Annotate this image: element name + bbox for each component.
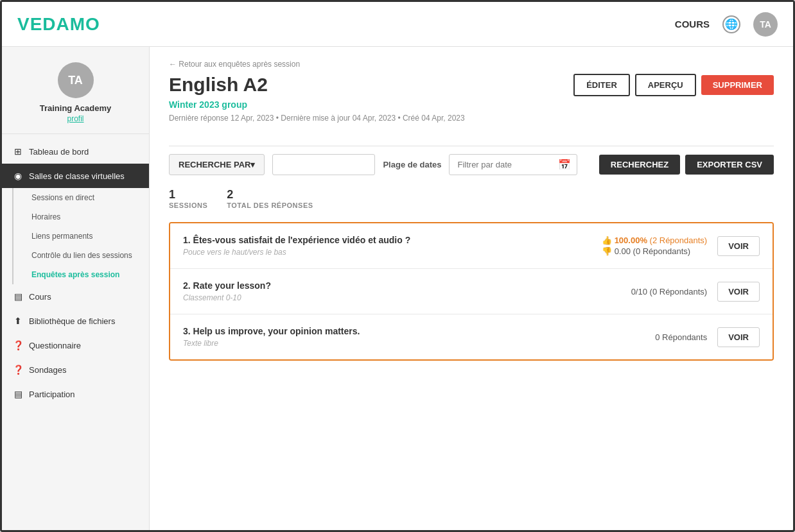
date-filter-input[interactable] [449,154,577,175]
question-2-stat: 0/10 (0 Répondants) [631,287,708,296]
sidebar-menu: ⊞ Tableau de bord ◉ Salles de classe vir… [2,134,149,411]
question-2-subtitle: Classement 0-10 [183,293,567,302]
date-filter-wrapper: 📅 [449,154,571,175]
total-responses-number: 2 [227,188,313,202]
question-2-voir-button[interactable]: VOIR [717,282,760,302]
date-range-label: Plage de dates [383,160,441,169]
question-2-title: 2. Rate your lesson? [183,280,567,291]
question-1-stats: 👍 100.00% (2 Répondants) 👎 0.00 (0 Répon… [602,236,707,256]
question-3-left: 3. Help us improve, your opinion matters… [183,326,567,348]
header-left: English A2 Winter 2023 group Dernière ré… [169,74,573,133]
sidebar-item-label: Participation [29,390,75,399]
cours-icon: ▤ [12,291,24,302]
sessions-number: 1 [169,188,207,202]
questionnaire-icon: ❓ [12,339,24,351]
nav-cours-link[interactable]: COURS [675,19,710,30]
table-row: 3. Help us improve, your opinion matters… [170,314,773,359]
search-bar: RECHERCHE PAR▾ Plage de dates 📅 RECHERCH… [169,154,774,175]
header-right: ÉDITER APERÇU SUPPRIMER [573,74,774,96]
question-1-subtitle: Pouce vers le haut/vers le bas [183,248,567,257]
sidebar-item-label: Tableau de bord [29,147,89,157]
sidebar-sub-liens-permanents[interactable]: Liens permanents [12,227,149,246]
question-2-left: 2. Rate your lesson? Classement 0-10 [183,280,567,302]
participation-icon: ▤ [12,388,24,400]
sidebar-sub-horaires[interactable]: Horaires [12,207,149,227]
question-2-number: 2. [183,280,193,291]
question-3-voir-button[interactable]: VOIR [717,327,760,347]
page-title: English A2 [169,74,573,96]
stats-row: 1 SESSIONS 2 TOTAL DES RÉPONSES [169,188,774,209]
question-2-stats: 0/10 (0 Répondants) [631,287,708,296]
language-icon[interactable]: 🌐 [722,15,740,33]
question-3-stat: 0 Répondants [655,332,707,342]
question-1-stat-negative: 👎 0.00 (0 Répondants) [602,246,707,256]
thumbs-down-icon: 👎 [602,246,615,256]
sondages-icon: ❓ [12,364,24,375]
main-content: ← Retour aux enquêtes après session Engl… [150,47,793,530]
header-row: English A2 Winter 2023 group Dernière ré… [169,74,774,133]
sidebar-item-bibliotheque[interactable]: ⬆ Bibliothèque de fichiers [2,309,149,333]
sidebar-item-label: Cours [29,292,51,302]
logo: VEDAMO [17,14,100,35]
search-by-button[interactable]: RECHERCHE PAR▾ [169,154,265,175]
sidebar-sub-sessions-direct[interactable]: Sessions en direct [12,188,149,207]
question-3-number: 3. [183,326,193,336]
question-3-right: 0 Répondants VOIR [567,327,760,347]
total-responses-label: TOTAL DES RÉPONSES [227,202,313,209]
edit-button[interactable]: ÉDITER [573,74,630,96]
virtual-rooms-icon: ◉ [12,170,24,182]
sidebar-item-participation[interactable]: ▤ Participation [2,382,149,406]
sidebar-item-label: Salles de classe virtuelles [29,171,125,181]
sidebar-item-cours[interactable]: ▤ Cours [2,284,149,309]
sidebar-item-tableau-bord[interactable]: ⊞ Tableau de bord [2,139,149,164]
question-1-stat-positive: 👍 100.00% (2 Répondants) [602,236,707,245]
profile-name: Training Academy [40,103,112,113]
nav-right: COURS 🌐 TA [675,12,778,37]
thumbs-up-icon: 👍 [602,236,615,245]
question-1-voir-button[interactable]: VOIR [717,236,760,256]
page-group[interactable]: Winter 2023 group [169,99,573,110]
divider [169,146,774,146]
page-meta: Dernière réponse 12 Apr, 2023 • Dernière… [169,114,573,123]
question-3-subtitle: Texte libre [183,339,567,348]
profile-avatar: TA [58,62,94,98]
sidebar-sub-enquetes-session[interactable]: Enquêtes après session [12,265,149,284]
export-csv-button[interactable]: EXPORTER CSV [685,155,774,175]
question-2-right: 0/10 (0 Répondants) VOIR [567,282,760,302]
question-3-stats: 0 Répondants [655,332,707,342]
profile-link[interactable]: profil [67,114,83,123]
sidebar-item-questionnaire[interactable]: ❓ Questionnaire [2,333,149,357]
sidebar: TA Training Academy profil ⊞ Tableau de … [2,47,150,530]
search-actions: RECHERCHEZ EXPORTER CSV [599,155,774,175]
sidebar-item-salles-virtuelles[interactable]: ◉ Salles de classe virtuelles [2,164,149,188]
search-button[interactable]: RECHERCHEZ [599,155,680,175]
stat-sessions: 1 SESSIONS [169,188,207,209]
stat-total-responses: 2 TOTAL DES RÉPONSES [227,188,313,209]
question-1-right: 👍 100.00% (2 Répondants) 👎 0.00 (0 Répon… [567,236,760,256]
sessions-label: SESSIONS [169,202,207,209]
sidebar-sub-controle-lien[interactable]: Contrôle du lien des sessions [12,246,149,265]
questions-container: 1. Êtes-vous satisfait de l'expérience v… [169,222,774,361]
sidebar-item-sondages[interactable]: ❓ Sondages [2,357,149,382]
table-row: 2. Rate your lesson? Classement 0-10 0/1… [170,269,773,314]
library-icon: ⬆ [12,315,24,327]
question-1-left: 1. Êtes-vous satisfait de l'expérience v… [183,235,567,257]
sidebar-item-label: Questionnaire [29,341,81,350]
top-navigation: VEDAMO COURS 🌐 TA [2,2,793,47]
question-3-title: 3. Help us improve, your opinion matters… [183,326,567,336]
breadcrumb[interactable]: ← Retour aux enquêtes après session [169,60,774,69]
search-input[interactable] [272,154,375,175]
user-avatar[interactable]: TA [753,12,778,37]
sidebar-item-label: Bibliothèque de fichiers [29,316,115,326]
question-1-title: 1. Êtes-vous satisfait de l'expérience v… [183,235,567,245]
question-1-number: 1. [183,235,193,245]
dashboard-icon: ⊞ [12,146,24,157]
delete-button[interactable]: SUPPRIMER [701,75,774,95]
sidebar-item-label: Sondages [29,365,67,375]
sidebar-profile: TA Training Academy profil [2,47,149,134]
preview-button[interactable]: APERÇU [635,74,696,96]
table-row: 1. Êtes-vous satisfait de l'expérience v… [170,223,773,269]
